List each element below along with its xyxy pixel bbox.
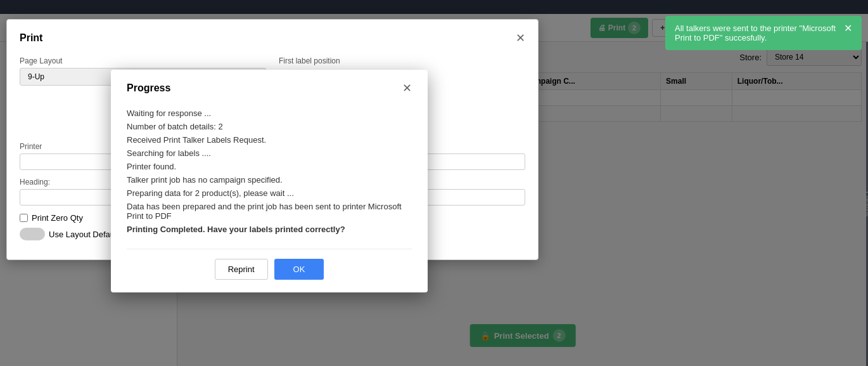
progress-message-item: Received Print Talker Labels Request. — [127, 133, 412, 147]
notification-toast: All talkers were sent to the printer "Mi… — [665, 16, 862, 50]
progress-actions: Reprint OK — [127, 249, 412, 280]
print-dialog-close[interactable]: ✕ — [516, 32, 525, 44]
progress-messages-list: Waiting for response ...Number of batch … — [127, 107, 412, 236]
toast-close-button[interactable]: ✕ — [844, 23, 852, 34]
reprint-button[interactable]: Reprint — [215, 259, 268, 280]
print-dialog-header: Print ✕ — [20, 32, 525, 44]
print-zero-qty-label: Print Zero Qty — [32, 213, 83, 223]
page-layout-label: Page Layout — [20, 56, 266, 65]
progress-message-item: Printer found. — [127, 160, 412, 173]
progress-message-item: Printing Completed. Have your labels pri… — [127, 223, 412, 236]
progress-message-item: Waiting for response ... — [127, 107, 412, 120]
ok-button[interactable]: OK — [274, 259, 324, 280]
progress-message-item: Preparing data for 2 product(s), please … — [127, 186, 412, 200]
progress-dialog-title: Progress — [127, 82, 170, 94]
toast-message: All talkers were sent to the printer "Mi… — [675, 23, 839, 42]
progress-message-item: Searching for labels .... — [127, 147, 412, 160]
print-zero-qty-checkbox[interactable] — [20, 214, 28, 222]
progress-dialog: Progress ✕ Waiting for response ...Numbe… — [111, 70, 428, 292]
progress-message-item: Talker print job has no campaign specifi… — [127, 173, 412, 186]
progress-dialog-header: Progress ✕ — [127, 82, 412, 94]
use-layout-default-label: Use Layout Default — [49, 230, 119, 239]
use-layout-default-toggle[interactable] — [20, 228, 45, 240]
progress-message-item: Number of batch details: 2 — [127, 120, 412, 133]
first-label-label: First label position — [279, 56, 525, 65]
progress-message-item: Data has been prepared and the print job… — [127, 200, 412, 223]
progress-dialog-close[interactable]: ✕ — [402, 82, 412, 94]
print-dialog-title: Print — [20, 32, 42, 44]
